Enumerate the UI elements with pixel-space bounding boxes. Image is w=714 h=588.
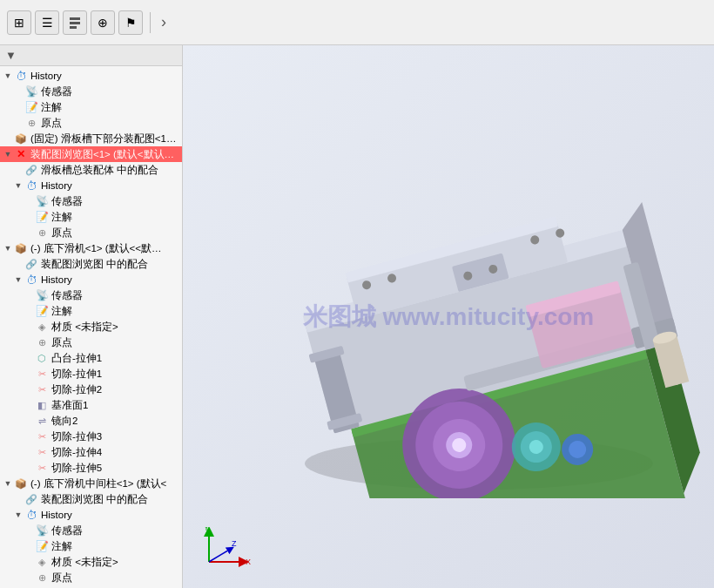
tree-label: 切除-拉伸5 [51, 462, 102, 475]
filter-icon[interactable]: ▼ [5, 49, 17, 62]
tree-item-15[interactable]: 📡传感器 [0, 287, 182, 303]
expand-arrow[interactable] [23, 430, 35, 443]
tree-item-14[interactable]: ▼⏱History [0, 272, 182, 287]
tree-item-4[interactable]: ⊕原点 [0, 115, 182, 131]
tree-item-20[interactable]: ✂切除-拉伸1 [0, 366, 182, 382]
left-panel: ▼ ▼⏱History📡传感器📝注解⊕原点📦(固定) 滑板槽下部分装配图<1> … [0, 45, 183, 588]
tree-item-28[interactable]: 🔗装配图浏览图 中的配合 [0, 491, 182, 507]
expand-arrow[interactable] [12, 101, 24, 113]
tree-item-21[interactable]: ✂切除-拉伸2 [0, 382, 182, 397]
tree-item-29[interactable]: ▼⏱History [0, 507, 182, 523]
expand-arrow[interactable] [23, 368, 35, 380]
tree-item-32[interactable]: ◈材质 <未指定> [0, 554, 182, 570]
separator [150, 12, 151, 33]
tree-item-26[interactable]: ✂切除-拉伸5 [0, 460, 182, 476]
tree-item-18[interactable]: ⊕原点 [0, 335, 182, 350]
expand-arrow[interactable]: ▼ [12, 274, 24, 286]
cut-icon: ✂ [35, 445, 49, 459]
note-icon: 📝 [35, 539, 49, 553]
expand-arrow[interactable] [23, 462, 35, 474]
expand-arrow[interactable] [23, 540, 35, 552]
expand-arrow[interactable] [12, 493, 24, 505]
cut-icon: ✂ [35, 382, 49, 396]
history-icon: ⏱ [24, 273, 38, 287]
tree-label: 传感器 [51, 524, 83, 537]
expand-arrow[interactable] [23, 226, 35, 239]
tree-item-22[interactable]: ◧基准面1 [0, 397, 182, 413]
grid-button[interactable]: ⊞ [7, 10, 31, 35]
expand-arrow[interactable] [23, 352, 35, 364]
machine-model [253, 63, 705, 498]
tree-item-5[interactable]: 📦(固定) 滑板槽下部分装配图<1> (默 [0, 131, 182, 146]
expand-arrow[interactable] [23, 446, 35, 458]
expand-arrow[interactable]: ▼ [2, 477, 14, 490]
tree-item-12[interactable]: ▼📦(-) 底下滑机<1> (默认<<默… [0, 240, 182, 256]
flag-button[interactable]: ⚑ [118, 10, 143, 35]
more-button[interactable]: › [158, 11, 170, 33]
expand-arrow[interactable]: ▼ [2, 242, 14, 254]
expand-arrow[interactable] [23, 383, 35, 395]
feature-tree[interactable]: ▼⏱History📡传感器📝注解⊕原点📦(固定) 滑板槽下部分装配图<1> (默… [0, 66, 182, 588]
tree-item-2[interactable]: 📡传感器 [0, 84, 182, 99]
properties-button[interactable] [63, 10, 87, 35]
tree-label: 装配图浏览图<1> (默认<默认… [30, 148, 174, 161]
tree-item-27[interactable]: ▼📦(-) 底下滑机中间柱<1> (默认< [0, 476, 182, 491]
tree-label: 切除-拉伸3 [51, 430, 102, 443]
expand-arrow[interactable]: ▼ [12, 179, 24, 192]
expand-arrow[interactable] [23, 524, 35, 537]
tree-item-6[interactable]: ▼✕装配图浏览图<1> (默认<默认… [0, 146, 182, 162]
tree-item-8[interactable]: ▼⏱History [0, 178, 182, 193]
cut-icon: ✂ [35, 367, 49, 381]
tree-item-11[interactable]: ⊕原点 [0, 225, 182, 240]
expand-arrow[interactable] [23, 195, 35, 207]
svg-line-44 [209, 549, 231, 562]
tree-item-3[interactable]: 📝注解 [0, 99, 182, 115]
expand-arrow[interactable] [23, 211, 35, 223]
history-icon: ⏱ [24, 179, 38, 193]
expand-arrow[interactable] [23, 399, 35, 411]
feature-icon: ⬡ [35, 351, 49, 365]
list-button[interactable]: ☰ [35, 10, 59, 35]
expand-arrow[interactable] [12, 258, 24, 270]
expand-arrow[interactable]: ▼ [2, 70, 14, 82]
tree-item-19[interactable]: ⬡凸台-拉伸1 [0, 350, 182, 366]
main-area: ▼ ▼⏱History📡传感器📝注解⊕原点📦(固定) 滑板槽下部分装配图<1> … [0, 45, 714, 588]
expand-arrow[interactable]: ▼ [2, 148, 14, 160]
tree-item-7[interactable]: 🔗滑板槽总装配体 中的配合 [0, 162, 182, 178]
part-icon: 📦 [14, 241, 28, 255]
origin-icon: ⊕ [24, 116, 38, 130]
expand-arrow[interactable]: ▼ [12, 509, 24, 521]
tree-item-25[interactable]: ✂切除-拉伸4 [0, 444, 182, 460]
note-icon: 📝 [24, 100, 38, 114]
tree-label: History [41, 180, 72, 191]
expand-arrow[interactable] [12, 164, 24, 176]
tree-item-17[interactable]: ◈材质 <未指定> [0, 319, 182, 335]
expand-arrow[interactable] [2, 132, 14, 145]
tree-label: History [41, 510, 72, 520]
tree-item-10[interactable]: 📝注解 [0, 209, 182, 225]
expand-arrow[interactable] [23, 571, 35, 584]
history-icon: ⏱ [24, 508, 38, 522]
expand-arrow[interactable] [23, 556, 35, 568]
cut-icon: ✂ [35, 461, 49, 475]
tree-label: 传感器 [41, 85, 72, 98]
tree-item-31[interactable]: 📝注解 [0, 538, 182, 554]
target-button[interactable]: ⊕ [91, 10, 115, 35]
tree-item-1[interactable]: ▼⏱History [0, 68, 182, 84]
expand-arrow[interactable] [23, 321, 35, 333]
tree-item-33[interactable]: ⊕原点 [0, 570, 182, 585]
tree-item-30[interactable]: 📡传感器 [0, 523, 182, 538]
tree-item-24[interactable]: ✂切除-拉伸3 [0, 429, 182, 444]
expand-arrow[interactable] [23, 289, 35, 301]
expand-arrow[interactable] [12, 117, 24, 129]
tree-item-13[interactable]: 🔗装配图浏览图 中的配合 [0, 256, 182, 272]
expand-arrow[interactable] [23, 336, 35, 348]
expand-arrow[interactable] [23, 305, 35, 317]
tree-item-9[interactable]: 📡传感器 [0, 193, 182, 209]
expand-arrow[interactable] [12, 85, 24, 98]
expand-arrow[interactable] [23, 415, 35, 427]
tree-item-16[interactable]: 📝注解 [0, 303, 182, 319]
tree-item-23[interactable]: ⇌镜向2 [0, 413, 182, 429]
tree-label: 传感器 [51, 289, 83, 302]
svg-text:Z: Z [232, 539, 237, 548]
